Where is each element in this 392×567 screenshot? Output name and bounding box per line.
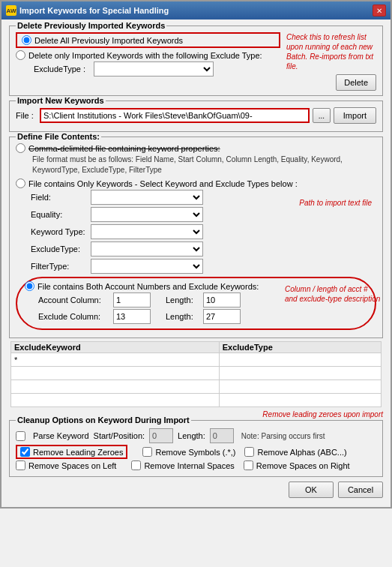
file-label: File : (16, 111, 37, 120)
length-input[interactable] (210, 428, 234, 443)
type-cell-empty (219, 367, 381, 380)
equality-combo[interactable] (91, 207, 203, 222)
type-cell (219, 353, 381, 367)
account-length-input[interactable] (203, 292, 241, 308)
start-position-label: Start/Position: (94, 431, 145, 440)
delete-type-label: Delete only Imported Keywords with the f… (28, 51, 262, 60)
exclude-type-row: ExcludeType: (31, 242, 376, 256)
exclude-length-input[interactable] (203, 309, 241, 324)
exclude-column-input[interactable] (113, 309, 151, 324)
exclude-column-label: Exclude Column: (38, 312, 113, 321)
equality-label: Equality: (31, 210, 91, 219)
keyword-cell: * (11, 353, 220, 367)
comma-delimited-radio[interactable] (16, 143, 25, 153)
remove-symbols-label: Remove Symbols (.*,) (155, 448, 235, 457)
parse-keyword-label: Parse Keyword (33, 431, 89, 440)
remove-internal-spaces-check[interactable] (131, 460, 141, 470)
exclude-type-combo2[interactable] (91, 242, 203, 256)
length-label: Length: (178, 431, 205, 440)
exclude-type-label2: ExcludeType: (31, 244, 91, 254)
keyword-type-label: Keyword Type: (31, 227, 91, 236)
bottom-bar: OK Cancel (9, 482, 383, 501)
cleanup-group-label: Cleanup Options on Keyword During Import (16, 416, 191, 424)
exclude-length-label: Length: (166, 312, 203, 321)
parse-note: Note: Parsing occurs first (241, 432, 325, 440)
comma-delimited-sub: File format must be as follows: Field Na… (32, 154, 376, 176)
import-button[interactable]: Import (334, 107, 376, 124)
remove-internal-spaces-item: Remove Internal Spaces (131, 460, 234, 470)
remove-spaces-right-item: Remove Spaces on Right (244, 460, 350, 470)
import-group-label: Import New Keywords (16, 96, 106, 105)
field-label: Field: (31, 193, 91, 202)
delete-type-radio[interactable] (16, 50, 25, 60)
remove-leading-zeroes-check[interactable] (20, 447, 30, 457)
table-row-empty2 (11, 380, 382, 394)
filter-type-label: FilterType: (31, 262, 91, 271)
remove-spaces-right-check[interactable] (244, 460, 253, 470)
main-window: AW Import Keywords for Special Handling … (0, 0, 392, 508)
remove-alphas-label: Remove Alphas (ABC...) (257, 448, 346, 457)
import-group: Import New Keywords File : ... Import Pa… (9, 100, 383, 132)
keyword-table-wrapper: ExcludeKeyword ExcludeType * (9, 341, 383, 407)
remove-spaces-left-label: Remove Spaces on Left (28, 461, 116, 470)
delete-all-label: Delete All Previously Imported Keywords (34, 36, 183, 45)
cleanup-group: Cleanup Options on Keyword During Import… (9, 420, 383, 477)
exclude-type-combo[interactable] (94, 62, 214, 76)
account-column-input[interactable] (113, 292, 151, 308)
filter-type-combo[interactable] (91, 259, 203, 274)
keyword-cell-empty2 (11, 380, 220, 394)
title-bar: AW Import Keywords for Special Handling … (1, 2, 391, 20)
file-row: File : ... Import (16, 107, 376, 124)
col-exclude-type: ExcludeType (219, 342, 381, 353)
keyword-type-row: Keyword Type: (31, 224, 376, 239)
remove-spaces-right-label: Remove Spaces on Right (256, 461, 350, 470)
table-row-empty3 (11, 394, 382, 407)
remove-alphas-check[interactable] (244, 447, 254, 457)
close-button[interactable]: ✕ (373, 4, 386, 16)
delete-type-radio-row: Delete only Imported Keywords with the f… (16, 50, 280, 60)
delete-group: Delete Previously Imported Keywords Dele… (9, 26, 383, 96)
parse-keyword-check[interactable] (16, 431, 25, 441)
start-position-input[interactable] (149, 428, 173, 443)
delete-button[interactable]: Delete (336, 74, 376, 91)
delete-group-label: Delete Previously Imported Keywords (16, 21, 166, 30)
both-accounts-radio[interactable] (25, 281, 34, 291)
define-group: Define File Contents: Comma-delimited fi… (9, 136, 383, 338)
comma-delimited-label: Comma-delimited file containing keyword … (28, 144, 220, 153)
keyword-cell-empty3 (11, 394, 220, 407)
table-row-empty1 (11, 367, 382, 380)
filter-type-row: FilterType: (31, 259, 376, 274)
equality-row: Equality: (31, 207, 376, 222)
account-length-label: Length: (166, 296, 203, 304)
define-group-label: Define File Contents: (16, 132, 101, 141)
delete-all-radio[interactable] (22, 35, 31, 45)
table-row: * (11, 353, 382, 367)
field-combo[interactable] (91, 190, 203, 205)
keyword-cell-empty (11, 367, 220, 380)
keyword-type-combo[interactable] (91, 224, 203, 239)
ok-button[interactable]: OK (289, 482, 334, 498)
both-accounts-label: File contains Both Account Numbers and E… (37, 282, 259, 291)
only-keywords-radio[interactable] (16, 178, 25, 188)
remove-leading-zeroes-label: Remove Leading Zeroes (33, 448, 123, 457)
only-keywords-radio-row: File contains Only Keywords - Select Key… (16, 178, 376, 188)
remove-leading-zeroes-item: Remove Leading Zeroes (16, 445, 127, 459)
field-row: Field: (31, 190, 376, 205)
remove-alphas-item: Remove Alphas (ABC...) (244, 447, 346, 457)
remove-symbols-check[interactable] (142, 447, 152, 457)
file-input[interactable] (40, 108, 310, 123)
remove-spaces-left-check[interactable] (16, 460, 25, 470)
keyword-table: ExcludeKeyword ExcludeType * (10, 341, 382, 407)
delete-all-radio-box: Delete All Previously Imported Keywords (16, 32, 280, 48)
remove-internal-spaces-label: Remove Internal Spaces (144, 461, 234, 470)
col-exclude-keyword: ExcludeKeyword (11, 342, 220, 353)
browse-button[interactable]: ... (313, 108, 331, 123)
remove-spaces-left-item: Remove Spaces on Left (16, 460, 116, 470)
comma-delimited-radio-row: Comma-delimited file containing keyword … (16, 143, 376, 153)
cancel-button[interactable]: Cancel (338, 482, 383, 498)
exclude-column-row: Exclude Column: Length: (38, 309, 367, 324)
cleanup-row1: Remove Leading Zeroes Remove Symbols (.*… (16, 445, 376, 459)
delete-annotation: Check this to refresh list upon running … (286, 32, 376, 71)
parse-row: Parse Keyword Start/Position: Length: No… (16, 428, 376, 443)
exclude-type-label: ExcludeType : (34, 64, 94, 74)
